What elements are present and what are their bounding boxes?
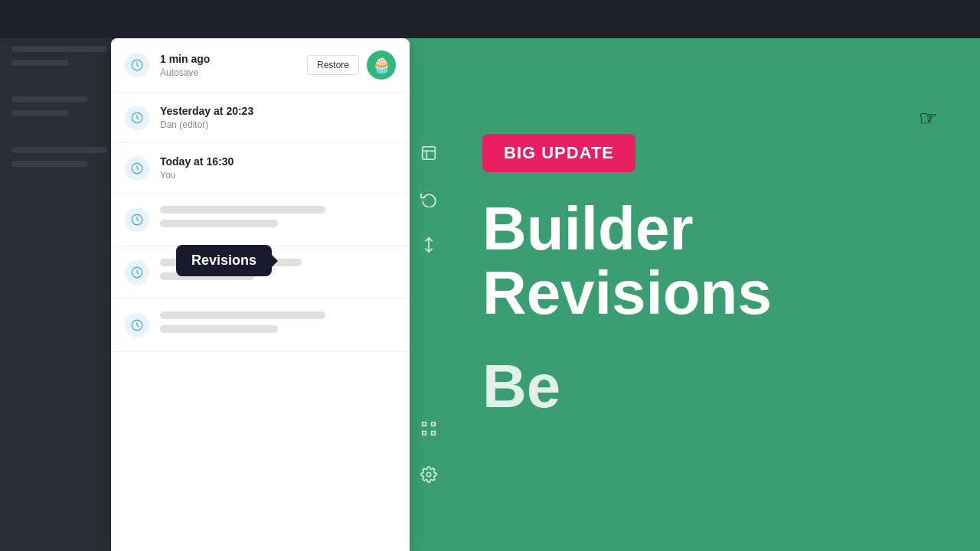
- placeholder-row-1: [111, 194, 410, 246]
- right-content: BIG UPDATE Builder Revisions Be: [436, 0, 980, 551]
- cursor-hand: ☞: [919, 106, 938, 131]
- placeholder-lines-1: [160, 206, 396, 233]
- revision-author-1: Autosave: [160, 67, 307, 78]
- placeholder-line: [160, 325, 278, 333]
- placeholder-lines-3: [160, 311, 396, 339]
- revision-author-2: Dan (editor): [160, 119, 396, 130]
- clock-icon-1: [125, 53, 149, 77]
- restore-button-1[interactable]: Restore: [307, 55, 359, 75]
- svg-point-10: [426, 472, 431, 477]
- sub-text: Be: [482, 356, 934, 417]
- revision-info-2: Yesterday at 20:23 Dan (editor): [160, 105, 396, 130]
- revision-time-2: Yesterday at 20:23: [160, 105, 396, 117]
- svg-rect-6: [423, 147, 436, 160]
- tooltip-revisions: Revisions: [176, 245, 272, 276]
- placeholder-line: [160, 311, 325, 319]
- clock-icon-ph1: [125, 207, 149, 232]
- revision-item-3[interactable]: Today at 16:30 You: [111, 143, 410, 194]
- revision-item-1[interactable]: 1 min ago Autosave Restore 🧁: [111, 38, 410, 93]
- placeholder-line: [160, 220, 278, 227]
- top-bar: [0, 0, 980, 38]
- clock-icon-ph2: [125, 260, 149, 285]
- clock-icon-ph3: [125, 313, 149, 337]
- title-line2: Revisions: [482, 261, 934, 325]
- clock-icon-2: [125, 106, 149, 130]
- title-line1: Builder: [482, 197, 934, 261]
- revision-time-3: Today at 16:30: [160, 155, 396, 168]
- screen: 1 min ago Autosave Restore 🧁 Yesterday a…: [0, 0, 980, 551]
- revisions-panel: 1 min ago Autosave Restore 🧁 Yesterday a…: [111, 38, 410, 551]
- big-update-badge: BIG UPDATE: [482, 134, 635, 172]
- revision-info-1: 1 min ago Autosave: [160, 53, 307, 78]
- revision-info-3: Today at 16:30 You: [160, 155, 396, 181]
- revision-author-3: You: [160, 170, 396, 181]
- placeholder-line: [160, 206, 325, 214]
- revision-item-2[interactable]: Yesterday at 20:23 Dan (editor): [111, 93, 410, 143]
- revision-time-1: 1 min ago: [160, 53, 307, 65]
- left-sidebar-bg: [0, 0, 119, 551]
- clock-icon-3: [125, 156, 149, 181]
- logo-cupcake: 🧁: [367, 51, 396, 80]
- placeholder-row-3: [111, 299, 410, 352]
- main-title: Builder Revisions: [482, 197, 934, 325]
